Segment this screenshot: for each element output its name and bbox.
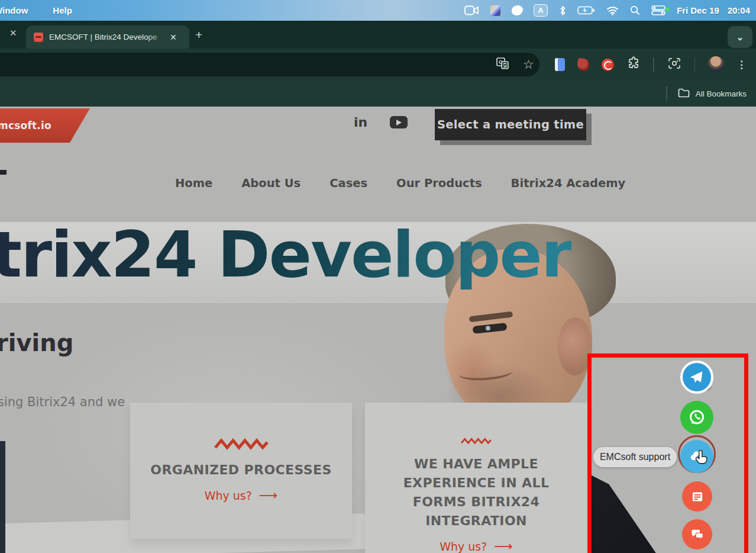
screen: Window Help A Fri Dec 1920:04 ✕ EMCSOFT … xyxy=(0,0,756,553)
macos-menu-bar: Window Help A Fri Dec 1920:04 xyxy=(0,0,756,21)
chat-button[interactable] xyxy=(682,519,712,549)
tab-emcsoft[interactable]: EMCSOFT | Bitrix24 Develope ✕ xyxy=(26,25,189,49)
app-icon-colorful[interactable] xyxy=(490,5,500,16)
tab-close-icon[interactable]: ✕ xyxy=(170,33,177,42)
screen-capture-icon[interactable] xyxy=(667,56,682,73)
select-meeting-time-button[interactable]: Select a meeting time xyxy=(435,109,586,140)
whatsapp-button[interactable] xyxy=(680,401,713,434)
nav-item-our-products[interactable]: Our Products xyxy=(396,176,482,190)
menu-help[interactable]: Help xyxy=(53,5,72,15)
intro-text-fragment: sing Bitrix24 and we xyxy=(0,395,125,409)
chrome-toolbar: G ☆ ⋮ xyxy=(0,49,756,81)
chrome-menu-icon[interactable]: ⋮ xyxy=(736,59,747,71)
why-us-link[interactable]: Why us?⟶ xyxy=(440,540,513,553)
webpage: mcsoft.io in Select a meeting time Home … xyxy=(0,107,756,553)
logo-fragment xyxy=(0,170,7,175)
hero-headline: trix24 Developer xyxy=(0,218,571,291)
all-bookmarks-button[interactable]: All Bookmarks xyxy=(666,81,747,107)
zigzag-decoration xyxy=(449,437,503,444)
site-favicon xyxy=(34,33,43,42)
card-title: WE HAVE AMPLE EXPERIENCE IN ALL FORMS BI… xyxy=(382,455,571,531)
translate-icon[interactable]: G xyxy=(496,56,510,73)
spotlight-search-icon[interactable] xyxy=(630,5,640,15)
wifi-icon[interactable] xyxy=(606,6,619,15)
bookmarks-divider xyxy=(666,86,667,101)
site-logo-ribbon[interactable]: mcsoft.io xyxy=(0,108,90,143)
support-tooltip: EMCsoft support xyxy=(593,447,677,467)
menu-bar-clock[interactable]: Fri Dec 1920:04 xyxy=(677,5,750,15)
intro-heading-fragment: riving xyxy=(0,329,73,356)
linkedin-icon[interactable]: in xyxy=(354,115,367,130)
youtube-icon[interactable] xyxy=(390,116,408,128)
background-dark-edge xyxy=(0,441,5,553)
tab-title: EMCSOFT | Bitrix24 Develope xyxy=(49,33,167,41)
bookmarks-bar: All Bookmarks xyxy=(0,81,756,107)
telegram-button[interactable] xyxy=(680,361,713,394)
hand-cursor xyxy=(693,449,711,471)
extensions-puzzle-icon[interactable] xyxy=(626,56,641,73)
nav-item-home[interactable]: Home xyxy=(175,176,212,190)
toolbar-divider xyxy=(653,57,654,72)
nav-item-bitrix24-academy[interactable]: Bitrix24 Academy xyxy=(511,176,626,190)
app-icon-white[interactable] xyxy=(512,6,522,15)
new-tab-button[interactable]: + xyxy=(195,28,202,42)
offscreen-tab-close-icon[interactable]: ✕ xyxy=(9,28,17,38)
menu-window[interactable]: Window xyxy=(0,5,28,15)
main-navigation: Home About Us Cases Our Products Bitrix2… xyxy=(175,176,625,190)
nav-item-cases[interactable]: Cases xyxy=(329,176,367,190)
address-bar[interactable] xyxy=(0,53,539,76)
why-us-link[interactable]: Why us?⟶ xyxy=(205,489,278,502)
folder-icon xyxy=(678,88,690,99)
card-title: ORGANIZED PROCESSES xyxy=(147,461,336,480)
form-button[interactable] xyxy=(682,481,712,512)
bluetooth-icon[interactable] xyxy=(559,5,566,16)
toolbar-divider xyxy=(694,57,696,72)
bookmark-star-icon[interactable]: ☆ xyxy=(523,57,534,72)
extension-devil-icon[interactable] xyxy=(577,58,590,72)
feature-card-organized-processes: ORGANIZED PROCESSES Why us?⟶ xyxy=(130,403,352,539)
chrome-tab-strip: ✕ EMCSOFT | Bitrix24 Develope ✕ + ⌄ xyxy=(0,21,756,49)
screen-record-icon[interactable] xyxy=(464,5,479,15)
control-center-icon[interactable] xyxy=(651,5,665,15)
tab-search-button[interactable]: ⌄ xyxy=(728,26,752,48)
feature-card-integration-experience: WE HAVE AMPLE EXPERIENCE IN ALL FORMS BI… xyxy=(365,403,587,553)
profile-avatar[interactable] xyxy=(707,56,724,73)
zigzag-decoration xyxy=(214,437,269,450)
arrow-icon: ⟶ xyxy=(494,540,513,553)
arrow-icon: ⟶ xyxy=(259,489,278,502)
extension-red-ball-icon[interactable] xyxy=(602,59,614,71)
extension-book-icon[interactable] xyxy=(555,58,565,71)
input-source-icon[interactable]: A xyxy=(534,4,548,17)
battery-icon[interactable] xyxy=(577,6,595,15)
nav-item-about-us[interactable]: About Us xyxy=(241,176,301,190)
status-dot xyxy=(665,7,670,11)
